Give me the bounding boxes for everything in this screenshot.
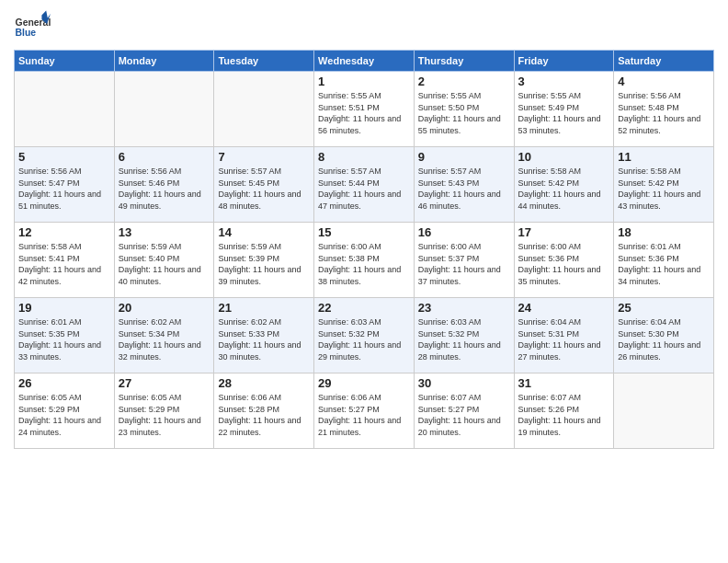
calendar-cell: 25Sunrise: 6:04 AMSunset: 5:30 PMDayligh… <box>614 298 714 373</box>
col-monday: Monday <box>114 51 214 72</box>
calendar-week-row: 5Sunrise: 5:56 AMSunset: 5:47 PMDaylight… <box>15 147 714 223</box>
calendar-cell: 2Sunrise: 5:55 AMSunset: 5:50 PMDaylight… <box>414 72 514 147</box>
day-info: Sunrise: 5:57 AMSunset: 5:45 PMDaylight:… <box>218 166 310 212</box>
day-info: Sunrise: 6:02 AMSunset: 5:34 PMDaylight:… <box>119 316 210 362</box>
calendar-cell <box>214 72 314 147</box>
calendar-cell: 10Sunrise: 5:58 AMSunset: 5:42 PMDayligh… <box>514 147 614 223</box>
day-number: 28 <box>218 376 310 390</box>
calendar-cell: 30Sunrise: 6:07 AMSunset: 5:27 PMDayligh… <box>414 373 514 449</box>
day-number: 21 <box>218 301 310 315</box>
calendar-cell: 4Sunrise: 5:56 AMSunset: 5:48 PMDaylight… <box>614 72 714 147</box>
col-wednesday: Wednesday <box>314 51 415 72</box>
calendar-cell: 16Sunrise: 6:00 AMSunset: 5:37 PMDayligh… <box>414 223 514 298</box>
day-info: Sunrise: 6:02 AMSunset: 5:33 PMDaylight:… <box>218 316 310 362</box>
day-number: 27 <box>119 376 210 390</box>
calendar-cell: 22Sunrise: 6:03 AMSunset: 5:32 PMDayligh… <box>314 298 415 373</box>
col-saturday: Saturday <box>614 51 714 72</box>
calendar-cell: 28Sunrise: 6:06 AMSunset: 5:28 PMDayligh… <box>214 373 314 449</box>
day-number: 2 <box>418 75 510 88</box>
day-info: Sunrise: 6:06 AMSunset: 5:28 PMDaylight:… <box>218 392 310 438</box>
day-number: 16 <box>418 225 510 239</box>
day-number: 24 <box>518 301 610 315</box>
logo-icon: General Blue <box>14 9 51 46</box>
day-info: Sunrise: 5:55 AMSunset: 5:49 PMDaylight:… <box>518 90 610 136</box>
day-info: Sunrise: 6:00 AMSunset: 5:37 PMDaylight:… <box>418 241 510 287</box>
day-number: 29 <box>318 376 410 390</box>
header: General Blue <box>14 9 714 46</box>
day-info: Sunrise: 6:04 AMSunset: 5:30 PMDaylight:… <box>618 316 710 362</box>
calendar-cell <box>614 373 714 449</box>
col-thursday: Thursday <box>414 51 514 72</box>
day-info: Sunrise: 6:03 AMSunset: 5:32 PMDaylight:… <box>318 316 410 362</box>
day-number: 25 <box>618 301 710 315</box>
calendar-cell: 3Sunrise: 5:55 AMSunset: 5:49 PMDaylight… <box>514 72 614 147</box>
calendar-cell: 12Sunrise: 5:58 AMSunset: 5:41 PMDayligh… <box>15 223 115 298</box>
calendar-week-row: 1Sunrise: 5:55 AMSunset: 5:51 PMDaylight… <box>15 72 714 147</box>
calendar-cell: 26Sunrise: 6:05 AMSunset: 5:29 PMDayligh… <box>15 373 115 449</box>
day-info: Sunrise: 6:06 AMSunset: 5:27 PMDaylight:… <box>318 392 410 438</box>
calendar-table: Sunday Monday Tuesday Wednesday Thursday… <box>14 50 714 449</box>
day-info: Sunrise: 6:01 AMSunset: 5:36 PMDaylight:… <box>618 241 710 287</box>
calendar-week-row: 19Sunrise: 6:01 AMSunset: 5:35 PMDayligh… <box>15 298 714 373</box>
calendar-cell: 19Sunrise: 6:01 AMSunset: 5:35 PMDayligh… <box>15 298 115 373</box>
day-info: Sunrise: 5:58 AMSunset: 5:42 PMDaylight:… <box>518 166 610 212</box>
day-number: 20 <box>119 301 210 315</box>
calendar-cell: 24Sunrise: 6:04 AMSunset: 5:31 PMDayligh… <box>514 298 614 373</box>
day-info: Sunrise: 6:04 AMSunset: 5:31 PMDaylight:… <box>518 316 610 362</box>
calendar-cell: 31Sunrise: 6:07 AMSunset: 5:26 PMDayligh… <box>514 373 614 449</box>
day-info: Sunrise: 6:05 AMSunset: 5:29 PMDaylight:… <box>119 392 210 438</box>
day-info: Sunrise: 5:58 AMSunset: 5:41 PMDaylight:… <box>18 241 110 287</box>
calendar-cell: 7Sunrise: 5:57 AMSunset: 5:45 PMDaylight… <box>214 147 314 223</box>
day-info: Sunrise: 5:57 AMSunset: 5:44 PMDaylight:… <box>318 166 410 212</box>
day-number: 17 <box>518 225 610 239</box>
day-info: Sunrise: 5:58 AMSunset: 5:42 PMDaylight:… <box>618 166 710 212</box>
day-info: Sunrise: 6:00 AMSunset: 5:38 PMDaylight:… <box>318 241 410 287</box>
calendar-cell: 13Sunrise: 5:59 AMSunset: 5:40 PMDayligh… <box>114 223 214 298</box>
calendar-cell: 9Sunrise: 5:57 AMSunset: 5:43 PMDaylight… <box>414 147 514 223</box>
day-info: Sunrise: 5:59 AMSunset: 5:39 PMDaylight:… <box>218 241 310 287</box>
day-info: Sunrise: 6:01 AMSunset: 5:35 PMDaylight:… <box>18 316 110 362</box>
day-number: 8 <box>318 150 410 164</box>
calendar-cell: 8Sunrise: 5:57 AMSunset: 5:44 PMDaylight… <box>314 147 415 223</box>
calendar-week-row: 12Sunrise: 5:58 AMSunset: 5:41 PMDayligh… <box>15 223 714 298</box>
day-info: Sunrise: 6:03 AMSunset: 5:32 PMDaylight:… <box>418 316 510 362</box>
svg-text:Blue: Blue <box>16 28 37 38</box>
calendar-cell: 14Sunrise: 5:59 AMSunset: 5:39 PMDayligh… <box>214 223 314 298</box>
calendar-cell: 15Sunrise: 6:00 AMSunset: 5:38 PMDayligh… <box>314 223 415 298</box>
day-number: 4 <box>618 75 710 88</box>
day-number: 9 <box>418 150 510 164</box>
day-info: Sunrise: 5:55 AMSunset: 5:51 PMDaylight:… <box>318 90 410 136</box>
day-info: Sunrise: 5:56 AMSunset: 5:47 PMDaylight:… <box>18 166 110 212</box>
day-info: Sunrise: 6:00 AMSunset: 5:36 PMDaylight:… <box>518 241 610 287</box>
calendar-cell: 17Sunrise: 6:00 AMSunset: 5:36 PMDayligh… <box>514 223 614 298</box>
calendar-cell <box>15 72 115 147</box>
col-tuesday: Tuesday <box>214 51 314 72</box>
day-number: 31 <box>518 376 610 390</box>
day-number: 22 <box>318 301 410 315</box>
calendar-cell: 11Sunrise: 5:58 AMSunset: 5:42 PMDayligh… <box>614 147 714 223</box>
day-info: Sunrise: 6:07 AMSunset: 5:27 PMDaylight:… <box>418 392 510 438</box>
calendar-cell: 6Sunrise: 5:56 AMSunset: 5:46 PMDaylight… <box>114 147 214 223</box>
day-number: 14 <box>218 225 310 239</box>
day-info: Sunrise: 5:55 AMSunset: 5:50 PMDaylight:… <box>418 90 510 136</box>
day-number: 15 <box>318 225 410 239</box>
day-number: 19 <box>18 301 110 315</box>
calendar-cell: 27Sunrise: 6:05 AMSunset: 5:29 PMDayligh… <box>114 373 214 449</box>
day-info: Sunrise: 5:59 AMSunset: 5:40 PMDaylight:… <box>119 241 210 287</box>
day-number: 12 <box>18 225 110 239</box>
day-number: 3 <box>518 75 610 88</box>
day-number: 1 <box>318 75 410 88</box>
day-number: 18 <box>618 225 710 239</box>
day-number: 30 <box>418 376 510 390</box>
day-number: 5 <box>18 150 110 164</box>
day-info: Sunrise: 5:56 AMSunset: 5:48 PMDaylight:… <box>618 90 710 136</box>
calendar-cell: 18Sunrise: 6:01 AMSunset: 5:36 PMDayligh… <box>614 223 714 298</box>
day-number: 11 <box>618 150 710 164</box>
day-info: Sunrise: 5:56 AMSunset: 5:46 PMDaylight:… <box>119 166 210 212</box>
day-number: 26 <box>18 376 110 390</box>
calendar-cell: 5Sunrise: 5:56 AMSunset: 5:47 PMDaylight… <box>15 147 115 223</box>
calendar-cell: 23Sunrise: 6:03 AMSunset: 5:32 PMDayligh… <box>414 298 514 373</box>
calendar-cell <box>114 72 214 147</box>
col-friday: Friday <box>514 51 614 72</box>
page: General Blue Sunday Monday Tuesday Wedne… <box>0 0 728 563</box>
